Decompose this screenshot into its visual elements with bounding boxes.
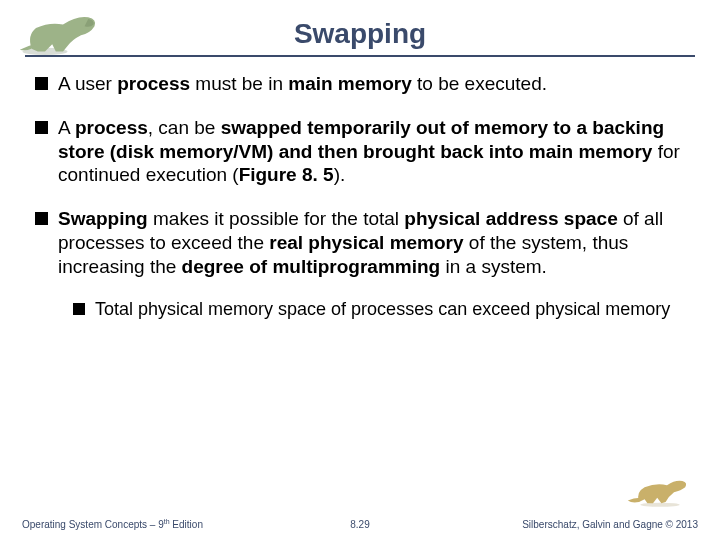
- bullet-marker-icon: [35, 77, 48, 90]
- bullet-item: Swapping makes it possible for the total…: [35, 207, 690, 278]
- bullet-text: Swapping makes it possible for the total…: [58, 207, 690, 278]
- bullet-marker-icon: [73, 303, 85, 315]
- content-area: A user process must be in main memory to…: [35, 72, 690, 321]
- bullet-marker-icon: [35, 121, 48, 134]
- dinosaur-icon: [625, 468, 695, 510]
- bullet-item: A process, can be swapped temporarily ou…: [35, 116, 690, 187]
- svg-point-1: [640, 503, 679, 507]
- bullet-text: A user process must be in main memory to…: [58, 72, 547, 96]
- footer-book-suffix: Edition: [170, 519, 203, 530]
- footer-slide-number: 8.29: [350, 519, 369, 530]
- bullet-marker-icon: [35, 212, 48, 225]
- page-title: Swapping: [0, 18, 720, 50]
- sub-bullet-item: Total physical memory space of processes…: [73, 298, 690, 321]
- title-underline: [25, 55, 695, 57]
- slide: Swapping A user process must be in main …: [0, 0, 720, 540]
- footer-left: Operating System Concepts – 9th Edition: [22, 518, 203, 530]
- footer-book-prefix: Operating System Concepts – 9: [22, 519, 164, 530]
- bullet-text: A process, can be swapped temporarily ou…: [58, 116, 690, 187]
- footer-authors: Silberschatz, Galvin and Gagne © 2013: [522, 519, 698, 530]
- bullet-item: A user process must be in main memory to…: [35, 72, 690, 96]
- bullet-text: Total physical memory space of processes…: [95, 298, 670, 321]
